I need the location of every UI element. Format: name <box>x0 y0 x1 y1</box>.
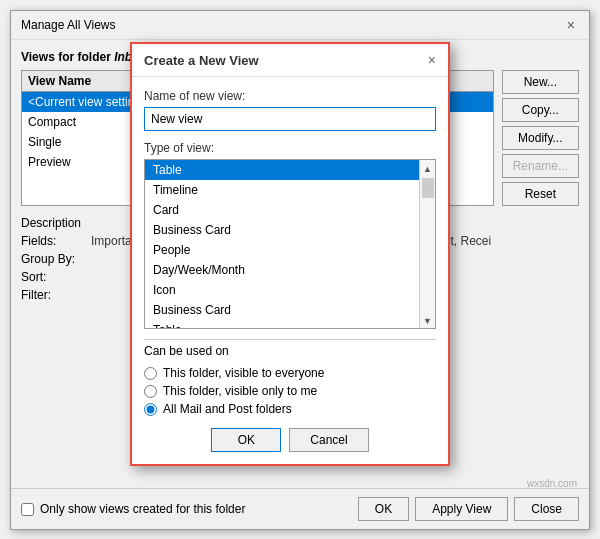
list-item[interactable]: Icon <box>145 280 419 300</box>
name-label: Name of new view: <box>144 89 436 103</box>
radio-all-label[interactable]: All Mail and Post folders <box>144 402 436 416</box>
radio-everyone[interactable] <box>144 367 157 380</box>
list-item[interactable]: Day/Week/Month <box>145 260 419 280</box>
reset-button[interactable]: Reset <box>502 182 579 206</box>
radio-all[interactable] <box>144 403 157 416</box>
create-ok-button[interactable]: OK <box>211 428 281 452</box>
type-scrollbar[interactable]: ▲ ▼ <box>419 160 435 328</box>
manage-close-button[interactable]: × <box>563 17 579 33</box>
dialog-buttons: OK Cancel <box>144 428 436 452</box>
modify-button[interactable]: Modify... <box>502 126 579 150</box>
radio-group: This folder, visible to everyone This fo… <box>144 366 436 416</box>
create-body: Name of new view: Type of view: Table Ti… <box>132 77 448 464</box>
radio-everyone-text: This folder, visible to everyone <box>163 366 324 380</box>
fields-label: Fields: <box>21 234 91 248</box>
desc-label: Description <box>21 216 91 230</box>
type-list-container: Table Timeline Card Business Card People… <box>144 159 436 329</box>
create-titlebar: Create a New View × <box>132 44 448 77</box>
list-item[interactable]: Timeline <box>145 180 419 200</box>
side-buttons: New... Copy... Modify... Rename... Reset <box>502 70 579 206</box>
radio-all-text: All Mail and Post folders <box>163 402 292 416</box>
only-show-label[interactable]: Only show views created for this folder <box>40 502 245 516</box>
ok-button[interactable]: OK <box>358 497 409 521</box>
create-dialog: Create a New View × Name of new view: Ty… <box>130 42 450 466</box>
radio-everyone-label[interactable]: This folder, visible to everyone <box>144 366 436 380</box>
radio-me[interactable] <box>144 385 157 398</box>
watermark: wxsdn.com <box>527 478 577 489</box>
new-button[interactable]: New... <box>502 70 579 94</box>
rename-button[interactable]: Rename... <box>502 154 579 178</box>
type-list: Table Timeline Card Business Card People… <box>145 160 419 328</box>
list-item[interactable]: People <box>145 240 419 260</box>
create-close-button[interactable]: × <box>428 52 436 68</box>
new-view-name-input[interactable] <box>144 107 436 131</box>
scroll-thumb[interactable] <box>422 178 434 198</box>
create-title: Create a New View <box>144 53 259 68</box>
scroll-up-icon[interactable]: ▲ <box>423 162 432 176</box>
type-label: Type of view: <box>144 141 436 155</box>
sort-label: Sort: <box>21 270 91 284</box>
bottom-bar: Only show views created for this folder … <box>11 488 589 529</box>
radio-me-text: This folder, visible only to me <box>163 384 317 398</box>
filter-label: Filter: <box>21 288 91 302</box>
group-label: Group By: <box>21 252 91 266</box>
scroll-down-icon[interactable]: ▼ <box>423 314 432 328</box>
manage-titlebar: Manage All Views × <box>11 11 589 40</box>
list-item[interactable]: Business Card <box>145 300 419 320</box>
radio-me-label[interactable]: This folder, visible only to me <box>144 384 436 398</box>
bottom-left: Only show views created for this folder <box>21 502 245 516</box>
close-button[interactable]: Close <box>514 497 579 521</box>
only-show-checkbox[interactable] <box>21 503 34 516</box>
manage-title: Manage All Views <box>21 18 116 32</box>
create-cancel-button[interactable]: Cancel <box>289 428 368 452</box>
can-be-used-label: Can be used on <box>144 339 436 358</box>
copy-button[interactable]: Copy... <box>502 98 579 122</box>
bottom-buttons: OK Apply View Close <box>358 497 579 521</box>
apply-view-button[interactable]: Apply View <box>415 497 508 521</box>
list-item[interactable]: Business Card <box>145 220 419 240</box>
list-item[interactable]: Table <box>145 160 419 180</box>
list-item[interactable]: Card <box>145 200 419 220</box>
list-item[interactable]: Table <box>145 320 419 328</box>
